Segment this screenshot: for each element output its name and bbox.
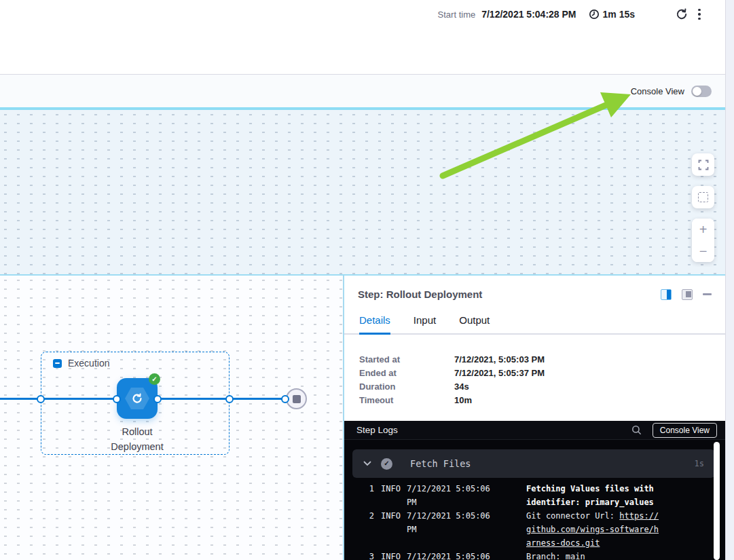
pane-right-fill <box>667 290 671 299</box>
section-success-icon: ✓ <box>381 458 392 470</box>
connector-point[interactable] <box>225 395 234 403</box>
fit-to-screen-button[interactable] <box>692 186 714 208</box>
step-logs-header: Step Logs Console View <box>344 421 725 440</box>
step-details-panel: Step: Rollout Deployment Details Input O… <box>343 276 725 560</box>
search-icon <box>631 425 642 435</box>
collapse-panel-button[interactable] <box>703 293 712 295</box>
zoom-in-button[interactable]: + <box>692 219 714 240</box>
fullscreen-button[interactable] <box>692 153 714 176</box>
detail-row: Ended at 7/12/2021, 5:05:37 PM <box>359 367 710 380</box>
log-timestamp: 7/12/2021 5:05:06 PM <box>407 482 499 509</box>
log-message: Fetching Values files with identifier: p… <box>526 482 663 509</box>
log-message: Git connector Url: https://github.com/wi… <box>526 509 663 550</box>
toggle-knob <box>693 87 701 96</box>
rollout-refresh-icon <box>130 392 144 405</box>
log-row: 1 INFO 7/12/2021 5:05:06 PM Fetching Val… <box>359 482 725 509</box>
page-scrollbar-track[interactable] <box>725 0 734 560</box>
panel-layout-controls <box>661 289 712 300</box>
detail-label: Duration <box>359 380 454 394</box>
console-view-button[interactable]: Console View <box>653 423 717 438</box>
collapse-group-button[interactable] <box>53 359 62 368</box>
start-time-value: 7/12/2021 5:04:28 PM <box>481 9 576 20</box>
marquee-icon <box>698 192 708 202</box>
console-view-toggle[interactable] <box>691 86 712 97</box>
detail-value: 7/12/2021, 5:05:03 PM <box>454 353 545 367</box>
split-right-layout-button[interactable] <box>661 289 672 300</box>
panel-title: Step: Rollout Deployment <box>358 288 661 300</box>
refresh-button[interactable] <box>673 5 691 23</box>
detail-label: Started at <box>359 353 454 367</box>
log-message-prefix: Git connector Url: <box>526 511 619 521</box>
detail-row: Started at 7/12/2021, 5:05:03 PM <box>359 353 710 367</box>
fullscreen-icon <box>698 160 709 170</box>
log-section-fetch-files[interactable]: ✓ Fetch Files 1s <box>352 449 715 478</box>
log-timestamp: 7/12/2021 5:05:06 PM <box>407 509 499 550</box>
detail-row: Duration 34s <box>359 380 710 394</box>
check-icon: ✓ <box>151 376 157 383</box>
minus-icon: − <box>699 244 708 258</box>
log-scrollbar[interactable] <box>714 442 720 560</box>
detail-label: Ended at <box>359 367 454 380</box>
zoom-in-out-group: + − <box>692 219 714 262</box>
stop-square-icon <box>293 395 301 403</box>
log-level: INFO <box>381 550 397 560</box>
details-list: Started at 7/12/2021, 5:05:03 PM Ended a… <box>344 335 725 407</box>
log-row: 2 INFO 7/12/2021 5:05:06 PM Git connecto… <box>359 509 725 550</box>
step-logs-panel: Step Logs Console View ✓ Fetch Files 1s … <box>344 421 725 560</box>
split-bottom-layout-button[interactable] <box>682 289 693 300</box>
section-name: Fetch Files <box>410 458 695 469</box>
log-level: INFO <box>381 509 397 550</box>
execution-group-label: Execution <box>68 358 109 369</box>
console-view-band: Console View <box>0 75 734 107</box>
detail-value: 10m <box>454 394 472 407</box>
panel-header: Step: Rollout Deployment <box>344 276 725 300</box>
log-lines: 1 INFO 7/12/2021 5:05:06 PM Fetching Val… <box>344 478 725 560</box>
connector-point[interactable] <box>281 395 289 403</box>
detail-row: Timeout 10m <box>359 394 710 407</box>
tab-output[interactable]: Output <box>459 314 490 335</box>
more-options-button[interactable] <box>691 5 708 23</box>
start-time-label: Start time <box>438 10 476 20</box>
zoom-out-button[interactable]: − <box>692 240 714 262</box>
connector-point[interactable] <box>37 395 45 403</box>
node-caption: Rollout Deployment <box>100 424 175 454</box>
execution-meta-row: Start time 7/12/2021 5:04:28 PM 1m 15s <box>438 5 708 24</box>
clock-icon <box>589 9 600 20</box>
canvas-zoom-controls: + − <box>692 153 714 262</box>
console-view-label: Console View <box>631 86 684 96</box>
success-badge: ✓ <box>149 373 160 385</box>
kebab-icon <box>698 9 701 20</box>
log-line-number: 1 <box>359 482 374 509</box>
execution-header: Start time 7/12/2021 5:04:28 PM 1m 15s <box>0 0 734 75</box>
elapsed-text: 1m 15s <box>603 9 635 20</box>
panel-tabs: Details Input Output <box>344 314 725 335</box>
connector-point[interactable] <box>153 395 162 403</box>
pane-inner-fill <box>686 291 691 297</box>
minus-icon <box>55 362 60 364</box>
execution-group-header: Execution <box>53 358 109 369</box>
plus-icon: + <box>699 223 708 236</box>
tab-details[interactable]: Details <box>359 314 390 335</box>
step-logs-title: Step Logs <box>356 425 631 435</box>
chevron-down-icon <box>363 461 371 466</box>
detail-label: Timeout <box>359 394 454 407</box>
log-row: 3 INFO 7/12/2021 5:05:06 PM Branch: main <box>359 550 725 560</box>
detail-value: 34s <box>454 380 469 394</box>
refresh-icon <box>675 7 689 21</box>
log-search-button[interactable] <box>631 425 642 435</box>
log-timestamp: 7/12/2021 5:05:06 PM <box>407 550 499 560</box>
log-level: INFO <box>381 482 397 509</box>
log-line-number: 2 <box>359 509 374 550</box>
detail-value: 7/12/2021, 5:05:37 PM <box>454 367 545 380</box>
rollout-deployment-node[interactable]: ✓ <box>117 378 158 419</box>
check-glyph: ✓ <box>384 460 389 467</box>
elapsed-duration: 1m 15s <box>589 9 635 20</box>
pipeline-canvas-upper[interactable]: + − <box>0 110 734 274</box>
log-line-number: 3 <box>359 550 374 560</box>
log-message: Branch: main <box>526 550 663 560</box>
connector-point[interactable] <box>113 395 121 403</box>
tab-input[interactable]: Input <box>414 314 436 335</box>
section-duration: 1s <box>695 459 704 468</box>
